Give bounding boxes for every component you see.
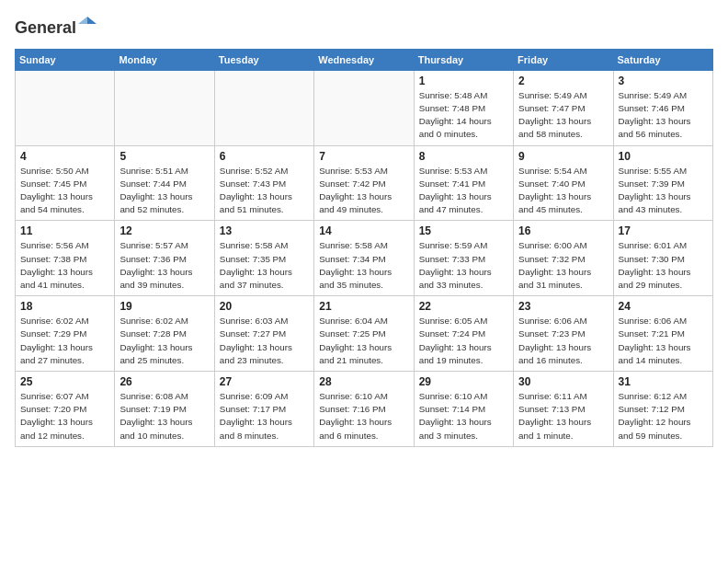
calendar-cell: 27Sunrise: 6:09 AM Sunset: 7:17 PM Dayli…: [214, 372, 313, 447]
day-info: Sunrise: 6:05 AM Sunset: 7:24 PM Dayligh…: [419, 315, 508, 367]
calendar-cell: 21Sunrise: 6:04 AM Sunset: 7:25 PM Dayli…: [314, 296, 414, 372]
day-number: 31: [619, 375, 708, 388]
calendar-cell: [314, 70, 414, 145]
day-number: 19: [119, 300, 209, 313]
calendar-cell: 20Sunrise: 6:03 AM Sunset: 7:27 PM Dayli…: [214, 296, 313, 372]
weekday-header-row: SundayMondayTuesdayWednesdayThursdayFrid…: [16, 49, 713, 70]
day-number: 16: [518, 224, 608, 237]
day-number: 14: [319, 224, 408, 237]
day-info: Sunrise: 6:08 AM Sunset: 7:19 PM Dayligh…: [119, 390, 209, 442]
calendar-cell: 14Sunrise: 5:58 AM Sunset: 7:34 PM Dayli…: [314, 221, 414, 296]
calendar-week-row: 11Sunrise: 5:56 AM Sunset: 7:38 PM Dayli…: [16, 221, 713, 296]
calendar-cell: 24Sunrise: 6:06 AM Sunset: 7:21 PM Dayli…: [613, 296, 712, 372]
calendar-cell: 29Sunrise: 6:10 AM Sunset: 7:14 PM Dayli…: [414, 372, 513, 447]
day-number: 23: [518, 300, 608, 313]
day-number: 25: [20, 375, 109, 388]
svg-marker-0: [87, 17, 97, 24]
day-info: Sunrise: 5:52 AM Sunset: 7:43 PM Dayligh…: [220, 165, 309, 217]
weekday-header: Thursday: [414, 49, 513, 70]
calendar-cell: 8Sunrise: 5:53 AM Sunset: 7:41 PM Daylig…: [414, 145, 513, 221]
logo-bird-icon: [78, 15, 97, 33]
day-info: Sunrise: 5:48 AM Sunset: 7:48 PM Dayligh…: [419, 89, 508, 142]
day-number: 24: [619, 300, 708, 313]
day-info: Sunrise: 6:03 AM Sunset: 7:27 PM Dayligh…: [220, 315, 309, 367]
weekday-header: Sunday: [16, 49, 115, 70]
calendar-week-row: 1Sunrise: 5:48 AM Sunset: 7:48 PM Daylig…: [16, 70, 713, 145]
day-info: Sunrise: 5:59 AM Sunset: 7:33 PM Dayligh…: [419, 239, 508, 292]
calendar-cell: 3Sunrise: 5:49 AM Sunset: 7:46 PM Daylig…: [613, 70, 712, 145]
calendar-cell: 26Sunrise: 6:08 AM Sunset: 7:19 PM Dayli…: [115, 372, 214, 447]
day-number: 15: [419, 224, 508, 237]
calendar-cell: 22Sunrise: 6:05 AM Sunset: 7:24 PM Dayli…: [414, 296, 513, 372]
day-info: Sunrise: 6:10 AM Sunset: 7:14 PM Dayligh…: [419, 390, 508, 442]
day-number: 18: [20, 300, 109, 313]
calendar-cell: 1Sunrise: 5:48 AM Sunset: 7:48 PM Daylig…: [414, 70, 513, 145]
calendar-cell: 19Sunrise: 6:02 AM Sunset: 7:28 PM Dayli…: [115, 296, 214, 372]
calendar-cell: 7Sunrise: 5:53 AM Sunset: 7:42 PM Daylig…: [314, 145, 414, 221]
calendar-table: SundayMondayTuesdayWednesdayThursdayFrid…: [15, 49, 713, 447]
calendar-week-row: 18Sunrise: 6:02 AM Sunset: 7:29 PM Dayli…: [16, 296, 713, 372]
calendar-cell: [115, 70, 214, 145]
weekday-header: Wednesday: [314, 49, 414, 70]
calendar-cell: 31Sunrise: 6:12 AM Sunset: 7:12 PM Dayli…: [613, 372, 712, 447]
calendar-week-row: 4Sunrise: 5:50 AM Sunset: 7:45 PM Daylig…: [16, 145, 713, 221]
weekday-header: Saturday: [613, 49, 712, 70]
day-info: Sunrise: 5:58 AM Sunset: 7:35 PM Dayligh…: [220, 239, 309, 292]
page-header: General: [15, 15, 713, 38]
day-number: 9: [518, 150, 608, 163]
day-number: 26: [119, 375, 209, 388]
day-info: Sunrise: 5:49 AM Sunset: 7:47 PM Dayligh…: [518, 89, 608, 142]
logo: General: [15, 15, 97, 38]
calendar-cell: 13Sunrise: 5:58 AM Sunset: 7:35 PM Dayli…: [214, 221, 313, 296]
calendar-cell: 11Sunrise: 5:56 AM Sunset: 7:38 PM Dayli…: [16, 221, 115, 296]
calendar-cell: 23Sunrise: 6:06 AM Sunset: 7:23 PM Dayli…: [514, 296, 613, 372]
calendar-cell: 4Sunrise: 5:50 AM Sunset: 7:45 PM Daylig…: [16, 145, 115, 221]
day-info: Sunrise: 6:04 AM Sunset: 7:25 PM Dayligh…: [319, 315, 408, 367]
day-number: 2: [518, 75, 608, 87]
svg-marker-1: [78, 17, 87, 24]
day-number: 30: [518, 375, 608, 388]
weekday-header: Monday: [115, 49, 214, 70]
weekday-header: Friday: [514, 49, 613, 70]
calendar-cell: 18Sunrise: 6:02 AM Sunset: 7:29 PM Dayli…: [16, 296, 115, 372]
day-info: Sunrise: 6:11 AM Sunset: 7:13 PM Dayligh…: [518, 390, 608, 442]
day-number: 17: [619, 224, 708, 237]
calendar-cell: 28Sunrise: 6:10 AM Sunset: 7:16 PM Dayli…: [314, 372, 414, 447]
calendar-cell: 10Sunrise: 5:55 AM Sunset: 7:39 PM Dayli…: [613, 145, 712, 221]
day-number: 20: [220, 300, 309, 313]
day-info: Sunrise: 5:56 AM Sunset: 7:38 PM Dayligh…: [20, 239, 109, 292]
calendar-cell: 16Sunrise: 6:00 AM Sunset: 7:32 PM Dayli…: [514, 221, 613, 296]
day-number: 8: [419, 150, 508, 163]
day-number: 6: [220, 150, 309, 163]
day-number: 13: [220, 224, 309, 237]
day-info: Sunrise: 6:02 AM Sunset: 7:28 PM Dayligh…: [119, 315, 209, 367]
calendar-week-row: 25Sunrise: 6:07 AM Sunset: 7:20 PM Dayli…: [16, 372, 713, 447]
day-info: Sunrise: 5:49 AM Sunset: 7:46 PM Dayligh…: [619, 89, 708, 142]
day-number: 7: [319, 150, 408, 163]
calendar-cell: 5Sunrise: 5:51 AM Sunset: 7:44 PM Daylig…: [115, 145, 214, 221]
day-info: Sunrise: 5:50 AM Sunset: 7:45 PM Dayligh…: [20, 165, 109, 217]
day-number: 4: [20, 150, 109, 163]
day-info: Sunrise: 6:01 AM Sunset: 7:30 PM Dayligh…: [619, 239, 708, 292]
calendar-cell: 12Sunrise: 5:57 AM Sunset: 7:36 PM Dayli…: [115, 221, 214, 296]
day-info: Sunrise: 6:06 AM Sunset: 7:23 PM Dayligh…: [518, 315, 608, 367]
day-number: 21: [319, 300, 408, 313]
logo-general: General: [15, 18, 76, 37]
day-info: Sunrise: 5:51 AM Sunset: 7:44 PM Dayligh…: [119, 165, 209, 217]
day-info: Sunrise: 5:58 AM Sunset: 7:34 PM Dayligh…: [319, 239, 408, 292]
day-number: 22: [419, 300, 508, 313]
day-info: Sunrise: 5:53 AM Sunset: 7:42 PM Dayligh…: [319, 165, 408, 217]
day-number: 27: [220, 375, 309, 388]
calendar-cell: 9Sunrise: 5:54 AM Sunset: 7:40 PM Daylig…: [514, 145, 613, 221]
day-info: Sunrise: 6:12 AM Sunset: 7:12 PM Dayligh…: [619, 390, 708, 442]
day-number: 3: [619, 75, 708, 87]
day-info: Sunrise: 6:10 AM Sunset: 7:16 PM Dayligh…: [319, 390, 408, 442]
day-info: Sunrise: 6:00 AM Sunset: 7:32 PM Dayligh…: [518, 239, 608, 292]
day-info: Sunrise: 6:02 AM Sunset: 7:29 PM Dayligh…: [20, 315, 109, 367]
day-info: Sunrise: 6:07 AM Sunset: 7:20 PM Dayligh…: [20, 390, 109, 442]
calendar-cell: 2Sunrise: 5:49 AM Sunset: 7:47 PM Daylig…: [514, 70, 613, 145]
calendar-cell: 17Sunrise: 6:01 AM Sunset: 7:30 PM Dayli…: [613, 221, 712, 296]
day-info: Sunrise: 5:57 AM Sunset: 7:36 PM Dayligh…: [119, 239, 209, 292]
day-number: 10: [619, 150, 708, 163]
logo-text: General: [15, 15, 97, 38]
